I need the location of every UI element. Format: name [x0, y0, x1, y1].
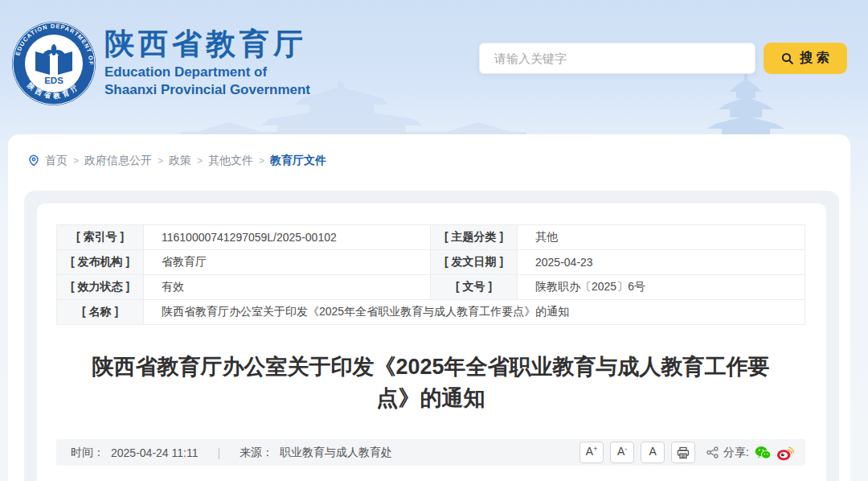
search-button[interactable]: 搜 索 [764, 43, 847, 74]
breadcrumb-separator: > [259, 155, 264, 166]
info-label-issuer: [ 发布机构 ] [57, 250, 144, 275]
article-frame: [ 索引号 ] 11610000741297059L/2025-00102 [ … [24, 191, 839, 481]
breadcrumb-policy[interactable]: 政策 [169, 154, 191, 168]
breadcrumb-current[interactable]: 教育厅文件 [270, 154, 326, 168]
weibo-share-icon[interactable] [776, 444, 794, 462]
table-row: [ 索引号 ] 11610000741297059L/2025-00102 [ … [57, 225, 805, 250]
info-label-topic: [ 主题分类 ] [431, 225, 518, 250]
share-icon [706, 446, 719, 458]
site-brand: 陕西省教育厅 Education Department of Shaanxi P… [104, 29, 310, 99]
logo-abbr: EDS [44, 76, 63, 85]
print-button[interactable] [671, 442, 695, 463]
source-label: 来源： [240, 446, 273, 460]
search-button-label: 搜 索 [800, 50, 829, 67]
pagoda-watermark [690, 72, 802, 137]
info-value-issue-date: 2025-04-23 [518, 250, 805, 275]
time-label: 时间： [71, 446, 104, 460]
share-label: 分享: [723, 446, 749, 460]
article-card: [ 索引号 ] 11610000741297059L/2025-00102 [ … [37, 204, 826, 481]
breadcrumb-home[interactable]: 首页 [45, 154, 68, 168]
article-meta-bar: 时间： 2025-04-24 11:11 | 来源： 职业教育与成人教育处 A+… [56, 439, 805, 466]
publish-source: 职业教育与成人教育处 [280, 446, 392, 460]
breadcrumb-separator: > [73, 155, 79, 166]
info-value-index: 11610000741297059L/2025-00102 [144, 225, 431, 250]
article-meta-text: 时间： 2025-04-24 11:11 | 来源： 职业教育与成人教育处 [71, 446, 579, 460]
department-logo[interactable]: EDUCATION DEPARTMENT OF SHAANXI 陕西省教育厅 E… [11, 21, 96, 106]
search-icon [781, 52, 794, 65]
font-increase-button[interactable]: A+ [579, 442, 604, 463]
wechat-share-icon[interactable] [754, 444, 772, 462]
content-container: 首页 > 政府信息公开 > 政策 > 其他文件 > 教育厅文件 [ 索引号 ] … [8, 134, 850, 481]
font-decrease-button[interactable]: A- [610, 442, 634, 463]
info-label-issue-date: [ 发文日期 ] [431, 250, 518, 275]
meta-divider: | [217, 446, 220, 459]
info-value-topic: 其他 [518, 225, 805, 250]
breadcrumb-gov-info[interactable]: 政府信息公开 [84, 154, 152, 168]
info-label-index: [ 索引号 ] [57, 225, 144, 250]
info-label-doc-number: [ 文号 ] [431, 275, 518, 300]
table-row: [ 效力状态 ] 有效 [ 文号 ] 陕教职办〔2025〕6号 [57, 275, 805, 300]
publish-time: 2025-04-24 11:11 [111, 446, 198, 459]
search-bar: 搜 索 [479, 43, 847, 74]
breadcrumb-other-docs[interactable]: 其他文件 [208, 154, 253, 168]
share-group: 分享: [706, 444, 794, 462]
article-toolbar: A+ A- A [579, 442, 794, 463]
table-row: [ 发布机构 ] 省教育厅 [ 发文日期 ] 2025-04-23 [57, 250, 805, 275]
info-value-issuer: 省教育厅 [144, 250, 431, 275]
site-title-cn: 陕西省教育厅 [104, 29, 310, 59]
site-header: EDUCATION DEPARTMENT OF SHAANXI 陕西省教育厅 E… [0, 0, 868, 137]
table-row: [ 名称 ] 陕西省教育厅办公室关于印发《2025年全省职业教育与成人教育工作要… [57, 300, 805, 325]
printer-icon [677, 446, 690, 459]
site-title-en: Education Department of Shaanxi Provinci… [104, 64, 310, 99]
location-pin-icon [28, 154, 39, 166]
search-input[interactable] [479, 43, 755, 74]
breadcrumb: 首页 > 政府信息公开 > 政策 > 其他文件 > 教育厅文件 [8, 134, 850, 170]
doc-info-table: [ 索引号 ] 11610000741297059L/2025-00102 [ … [56, 224, 805, 325]
font-reset-button[interactable]: A [641, 442, 665, 463]
info-value-validity: 有效 [144, 275, 431, 300]
page-title: 陕西省教育厅办公室关于印发《2025年全省职业教育与成人教育工作要点》的通知 [77, 352, 784, 414]
info-label-validity: [ 效力状态 ] [57, 275, 144, 300]
breadcrumb-separator: > [197, 155, 203, 166]
info-value-name: 陕西省教育厅办公室关于印发《2025年全省职业教育与成人教育工作要点》的通知 [144, 300, 805, 325]
info-value-doc-number: 陕教职办〔2025〕6号 [518, 275, 805, 300]
info-label-name: [ 名称 ] [57, 300, 144, 325]
breadcrumb-separator: > [158, 155, 163, 166]
